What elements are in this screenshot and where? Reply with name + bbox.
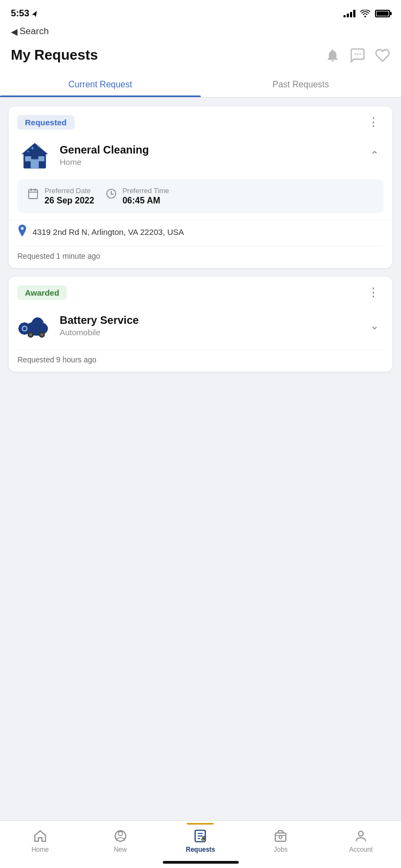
nav-item-jobs[interactable]: Jobs <box>240 828 321 853</box>
time-info: Preferred Time 06:45 AM <box>123 187 169 206</box>
date-info: Preferred Date 26 Sep 2022 <box>44 187 94 206</box>
svg-point-39 <box>279 835 282 838</box>
expand-button-2[interactable]: ⌄ <box>366 317 384 334</box>
svg-rect-28 <box>24 322 26 324</box>
wifi-icon <box>360 10 371 17</box>
service-info-1: ✦ ✦ ✦ General Cleaning Home <box>17 138 149 173</box>
svg-point-0 <box>354 53 356 55</box>
jobs-nav-label: Jobs <box>274 846 288 853</box>
nav-item-home[interactable]: Home <box>0 828 80 853</box>
favorite-icon[interactable] <box>375 48 390 63</box>
calendar-icon <box>27 188 39 202</box>
back-text: Search <box>20 26 49 37</box>
time-label: Preferred Time <box>123 187 169 195</box>
svg-rect-29 <box>24 333 26 335</box>
svg-marker-4 <box>22 143 48 155</box>
account-nav-icon <box>353 828 368 844</box>
service-row-2: Battery Service Automobile ⌄ <box>9 306 392 349</box>
svg-text:✦: ✦ <box>27 150 30 154</box>
location-pin-icon <box>17 225 27 239</box>
new-nav-label: New <box>114 846 127 853</box>
service-category-1: Home <box>60 157 149 167</box>
home-indicator <box>163 861 239 864</box>
service-name-2: Battery Service <box>60 314 139 327</box>
notification-icon[interactable] <box>325 48 340 63</box>
service-info-2: Battery Service Automobile <box>17 308 139 343</box>
collapse-button-1[interactable]: ⌃ <box>366 146 384 164</box>
clock-icon <box>105 188 117 202</box>
location-text-1: 4319 2nd Rd N, Arlington, VA 22203, USA <box>33 227 184 237</box>
svg-rect-30 <box>19 328 21 329</box>
new-nav-icon <box>113 828 128 844</box>
card-header-1: Requested ⋮ <box>9 106 392 136</box>
time-detail: Preferred Time 06:45 AM <box>105 187 169 206</box>
tab-current-request[interactable]: Current Request <box>0 72 201 97</box>
more-options-1[interactable]: ⋮ <box>364 114 384 130</box>
home-nav-icon <box>33 828 48 844</box>
service-category-2: Automobile <box>60 328 139 337</box>
cleaning-service-icon: ✦ ✦ ✦ <box>17 138 52 173</box>
chat-icon[interactable] <box>350 48 365 63</box>
more-options-2[interactable]: ⋮ <box>364 284 384 301</box>
requests-nav-label: Requests <box>186 846 215 853</box>
nav-back[interactable]: ◀ Search <box>0 24 401 42</box>
timestamp-1: Requested 1 minute ago <box>9 246 392 268</box>
nav-item-requests[interactable]: Requests <box>161 828 241 853</box>
status-icons <box>343 10 390 17</box>
tab-past-requests[interactable]: Past Requests <box>201 72 402 97</box>
svg-point-41 <box>359 831 364 836</box>
status-badge-awarded: Awarded <box>17 285 67 300</box>
service-text-1: General Cleaning Home <box>60 144 149 167</box>
svg-rect-5 <box>31 159 39 169</box>
back-arrow-icon: ◀ <box>11 27 17 37</box>
nav-item-new[interactable]: New <box>80 828 161 853</box>
status-bar: 5:53 <box>0 0 401 24</box>
date-value: 26 Sep 2022 <box>44 196 94 206</box>
signal-icon <box>343 10 355 17</box>
svg-point-33 <box>118 831 123 835</box>
svg-point-27 <box>23 327 26 330</box>
location-arrow-icon <box>31 10 39 17</box>
header-icons <box>325 48 390 63</box>
jobs-nav-icon <box>273 828 288 844</box>
svg-text:✦: ✦ <box>37 144 41 149</box>
timestamp-2: Requested 9 hours ago <box>9 350 392 372</box>
service-row-1: ✦ ✦ ✦ General Cleaning Home ⌃ <box>9 136 392 179</box>
time-value: 06:45 AM <box>123 196 169 206</box>
request-card-1: Requested ⋮ <box>9 106 392 268</box>
status-badge-requested: Requested <box>17 115 74 130</box>
battery-icon <box>375 10 390 17</box>
requests-nav-icon <box>193 828 208 844</box>
svg-text:✦: ✦ <box>30 145 35 151</box>
details-box-1: Preferred Date 26 Sep 2022 Preferred Tim… <box>17 179 384 213</box>
svg-point-22 <box>29 333 33 336</box>
location-row-1: 4319 2nd Rd N, Arlington, VA 22203, USA <box>9 220 392 246</box>
nav-item-account[interactable]: Account <box>321 828 401 853</box>
svg-rect-11 <box>29 190 38 199</box>
svg-rect-7 <box>39 156 44 161</box>
card-header-2: Awarded ⋮ <box>9 277 392 306</box>
svg-point-2 <box>359 53 361 55</box>
date-label: Preferred Date <box>44 187 94 195</box>
home-nav-label: Home <box>31 846 49 853</box>
page-title: My Requests <box>11 47 98 63</box>
svg-point-24 <box>40 333 43 336</box>
account-nav-label: Account <box>349 846 372 853</box>
header: My Requests <box>0 42 401 72</box>
date-detail: Preferred Date 26 Sep 2022 <box>27 187 94 206</box>
battery-service-icon <box>17 308 52 343</box>
tabs: Current Request Past Requests <box>0 72 401 98</box>
svg-point-18 <box>21 227 24 230</box>
svg-rect-6 <box>25 156 31 161</box>
main-content: Requested ⋮ <box>0 98 401 803</box>
svg-rect-31 <box>28 328 30 329</box>
service-name-1: General Cleaning <box>60 144 149 156</box>
request-card-2: Awarded ⋮ <box>9 277 392 372</box>
svg-point-1 <box>357 53 359 55</box>
status-time: 5:53 <box>11 8 39 19</box>
service-text-2: Battery Service Automobile <box>60 314 139 337</box>
svg-rect-20 <box>29 322 44 331</box>
svg-rect-38 <box>276 833 287 841</box>
